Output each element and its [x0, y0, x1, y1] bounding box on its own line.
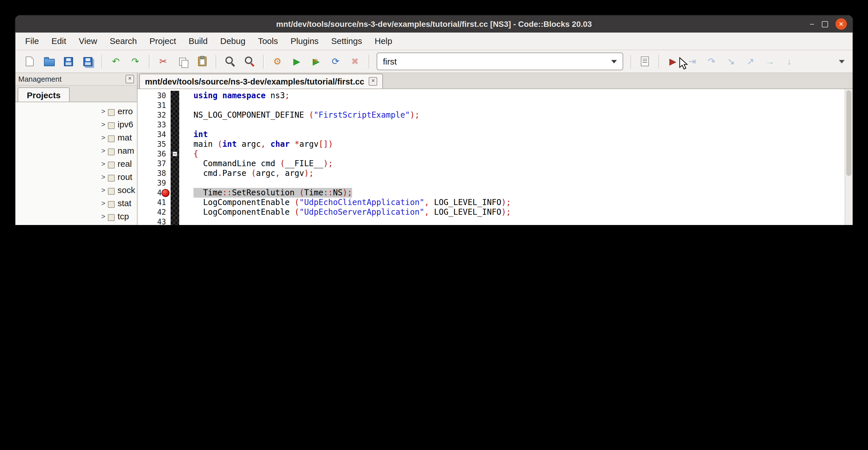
build-and-run-icon[interactable]: ▶: [308, 53, 324, 69]
title-bar[interactable]: mnt/dev/tools/source/ns-3-dev/examples/t…: [16, 16, 852, 33]
undo-icon[interactable]: ↶: [108, 53, 124, 69]
tree-item-tcp[interactable]: >tcp: [16, 210, 137, 223]
chevron-collapsed-icon[interactable]: >: [99, 147, 108, 154]
chevron-collapsed-icon[interactable]: >: [99, 173, 108, 181]
breakpoint-margin[interactable]: [170, 120, 179, 130]
menu-help[interactable]: Help: [368, 33, 399, 50]
tree-item-erro[interactable]: >erro: [16, 104, 137, 118]
step-into-icon[interactable]: ↘: [723, 53, 739, 69]
abort-build-icon[interactable]: ✖: [347, 53, 363, 69]
editor-tab-first-cc[interactable]: mnt/dev/tools/source/ns-3-dev/examples/t…: [139, 74, 383, 89]
editor-vscrollbar[interactable]: [845, 89, 852, 225]
breakpoint-margin[interactable]: [170, 139, 179, 149]
menu-search[interactable]: Search: [103, 33, 143, 50]
project-tree[interactable]: >erro>ipv6>mat>nam>real>rout>sock>stat>t…: [16, 102, 137, 225]
chevron-collapsed-icon[interactable]: >: [99, 199, 108, 207]
search-combobox[interactable]: first: [377, 53, 623, 70]
next-line-icon[interactable]: ↷: [704, 53, 720, 69]
tree-item-real[interactable]: >real: [16, 157, 137, 170]
code-line-39: 39: [137, 178, 852, 188]
tab-projects[interactable]: Projects: [18, 87, 70, 102]
rebuild-icon[interactable]: ⟳: [328, 53, 344, 69]
run-icon[interactable]: ▶: [289, 53, 305, 69]
menu-settings[interactable]: Settings: [325, 33, 368, 50]
open-file-icon[interactable]: [41, 53, 57, 69]
code-line-37: 37 CommandLine cmd (__FILE__);: [137, 159, 852, 169]
fold-marker-icon[interactable]: [172, 151, 178, 156]
menu-project[interactable]: Project: [143, 33, 182, 50]
chevron-collapsed-icon[interactable]: >: [99, 212, 108, 220]
close-button[interactable]: ✕: [835, 18, 847, 30]
code-line-36: 36{: [137, 149, 852, 159]
step-into-instruction-icon[interactable]: ↓: [781, 53, 797, 69]
menu-edit[interactable]: Edit: [45, 33, 72, 50]
chevron-collapsed-icon[interactable]: >: [99, 107, 108, 115]
next-instruction-icon[interactable]: →: [762, 53, 778, 69]
compile-log-icon[interactable]: [637, 53, 653, 69]
chevron-down-icon[interactable]: [611, 60, 617, 63]
folder-icon: [108, 135, 115, 142]
find-in-files-icon[interactable]: [241, 53, 257, 69]
breakpoint-margin[interactable]: [170, 149, 179, 159]
toolbar-separator: [630, 55, 631, 68]
code-lines: 30using namespace ns3;3132NS_LOG_COMPONE…: [137, 91, 852, 225]
cut-icon[interactable]: ✂: [155, 53, 171, 69]
folder-icon: [108, 122, 115, 129]
breakpoint-margin[interactable]: [170, 169, 179, 178]
breakpoint-margin[interactable]: [170, 100, 179, 110]
save-file-icon[interactable]: [61, 53, 76, 69]
build-icon[interactable]: ⚙: [269, 53, 285, 69]
menu-view[interactable]: View: [72, 33, 103, 50]
tree-item-sock[interactable]: >sock: [16, 183, 137, 197]
tree-item-stat[interactable]: >stat: [16, 197, 137, 210]
tree-item-rout[interactable]: >rout: [16, 170, 137, 183]
toolbar-separator: [263, 55, 264, 68]
toolbar-overflow-chevron-icon[interactable]: [839, 60, 845, 63]
step-out-icon[interactable]: ↗: [742, 53, 758, 69]
menu-build[interactable]: Build: [182, 33, 214, 50]
code-line-35: 35main (int argc, char *argv[]): [137, 139, 852, 149]
tree-item-nam[interactable]: >nam: [16, 144, 137, 157]
breakpoint-margin[interactable]: [170, 198, 179, 207]
breakpoint-icon[interactable]: [161, 189, 169, 197]
line-number: 31: [137, 100, 170, 110]
close-management-icon[interactable]: ✕: [126, 75, 134, 83]
paste-icon[interactable]: [194, 53, 210, 69]
breakpoint-margin[interactable]: [170, 110, 179, 120]
folder-icon: [108, 161, 115, 168]
tree-item-ipv6[interactable]: >ipv6: [16, 118, 137, 131]
menu-plugins[interactable]: Plugins: [284, 33, 325, 50]
window-title: mnt/dev/tools/source/ns-3-dev/examples/t…: [276, 20, 592, 29]
redo-icon[interactable]: ↷: [127, 53, 143, 69]
breakpoint-margin[interactable]: [170, 130, 179, 139]
maximize-button[interactable]: [822, 21, 828, 27]
breakpoint-margin[interactable]: [170, 159, 179, 169]
copy-icon[interactable]: [175, 53, 191, 69]
breakpoint-margin[interactable]: [170, 91, 179, 100]
chevron-collapsed-icon[interactable]: >: [99, 120, 108, 128]
save-all-icon[interactable]: [80, 53, 96, 69]
tree-item-trafl[interactable]: >trafl: [16, 223, 137, 225]
management-title: Management: [18, 75, 62, 83]
code-line-43: 43: [137, 217, 852, 225]
chevron-collapsed-icon[interactable]: >: [99, 160, 108, 168]
new-file-icon[interactable]: [22, 53, 38, 69]
code-editor[interactable]: 30using namespace ns3;3132NS_LOG_COMPONE…: [137, 89, 852, 225]
chevron-collapsed-icon[interactable]: >: [99, 133, 108, 141]
menu-file[interactable]: File: [19, 33, 45, 50]
breakpoint-margin[interactable]: [170, 188, 179, 198]
minimize-button[interactable]: −: [810, 20, 814, 28]
line-number: 41: [137, 198, 170, 207]
breakpoint-margin[interactable]: [170, 207, 179, 217]
menu-tools[interactable]: Tools: [252, 33, 284, 50]
management-panel: Management ✕ Projects >erro>ipv6>mat>nam…: [16, 73, 137, 225]
breakpoint-margin[interactable]: [170, 178, 179, 188]
close-tab-icon[interactable]: ✕: [369, 77, 377, 86]
scrollbar-thumb[interactable]: [846, 90, 851, 176]
menu-debug[interactable]: Debug: [214, 33, 252, 50]
find-icon[interactable]: [222, 53, 238, 69]
desktop-background: mnt/dev/tools/source/ns-3-dev/examples/t…: [0, 0, 868, 225]
chevron-collapsed-icon[interactable]: >: [99, 186, 108, 194]
breakpoint-margin[interactable]: [170, 217, 179, 225]
tree-item-mat[interactable]: >mat: [16, 131, 137, 144]
